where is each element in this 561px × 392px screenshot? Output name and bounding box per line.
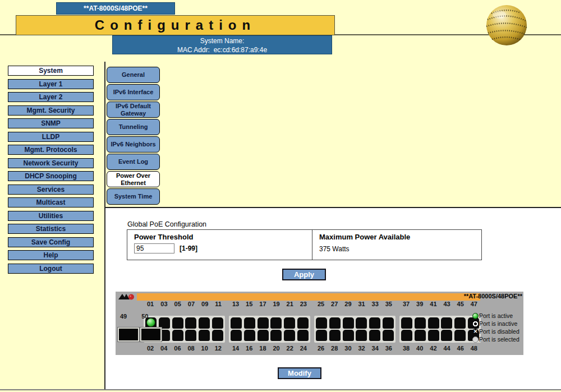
port-jack-23[interactable] (297, 317, 309, 329)
port-number-46: 46 (457, 345, 464, 352)
port-jack-50[interactable] (140, 328, 162, 342)
sidebar-item-layer1[interactable]: Layer 1 (8, 79, 94, 89)
port-jack-24[interactable] (297, 330, 309, 341)
port-jack-20[interactable] (270, 330, 282, 341)
sidebar-item-save-config[interactable]: Save Config (8, 237, 94, 247)
power-threshold-cell: Power Threshold [1-99] (127, 230, 312, 260)
port-jack-19[interactable] (270, 317, 282, 329)
port-jack-34[interactable] (369, 330, 380, 341)
port-number-40: 40 (416, 345, 423, 352)
port-jack-35[interactable] (383, 317, 394, 329)
port-jack-49[interactable] (118, 328, 139, 342)
port-jack-15[interactable] (244, 317, 255, 329)
tab-ipv6-interface[interactable]: IPv6 Interface (107, 84, 160, 100)
legend-row-inactive: Port is inactive (472, 320, 519, 328)
sidebar-item-multicast[interactable]: Multicast (8, 197, 94, 207)
tab-ipv6-neighbors[interactable]: IPv6 Neighbors (107, 136, 160, 153)
port-jack-37[interactable] (401, 317, 412, 329)
tab-ipv6-default-gateway[interactable]: IPv6 Default Gateway (107, 102, 160, 118)
sidebar-item-mgmt-protocols[interactable]: Mgmt. Protocols (8, 145, 94, 155)
port-jack-07[interactable] (185, 317, 196, 329)
port-number-30: 30 (344, 345, 351, 352)
legend-label: Port is inactive (479, 320, 517, 327)
port-number-01: 01 (147, 301, 154, 308)
port-number-row: 020406081012 (144, 345, 225, 352)
port-jack-25[interactable] (316, 317, 327, 329)
port-jack-29[interactable] (343, 317, 354, 329)
port-number-39: 39 (416, 301, 423, 308)
port-jack-10[interactable] (199, 330, 210, 341)
port-number-27: 27 (331, 301, 338, 308)
port-jack-08[interactable] (185, 330, 196, 341)
port-number-13: 13 (232, 301, 239, 308)
port-jack-21[interactable] (284, 317, 295, 329)
port-jack-12[interactable] (212, 330, 223, 341)
port-jack-36[interactable] (383, 330, 394, 341)
port-jack-33[interactable] (369, 317, 380, 329)
port-jack-43[interactable] (441, 317, 452, 329)
port-jack-26[interactable] (316, 330, 327, 341)
allied-telesis-globe-logo (485, 3, 528, 47)
power-threshold-input[interactable] (134, 243, 174, 253)
port-jack-32[interactable] (356, 330, 367, 341)
legend-row-disabled: ✕ Port is disabled (472, 328, 519, 335)
port-jack-45[interactable] (454, 317, 466, 329)
sidebar-item-logout[interactable]: Logout (8, 264, 94, 274)
port-jack-11[interactable] (212, 317, 223, 329)
port-number-03: 03 (160, 301, 167, 308)
tab-system-time[interactable]: System Time (107, 188, 160, 205)
sidebar-item-system[interactable]: System (8, 66, 94, 76)
tab-event-log[interactable]: Event Log (107, 154, 160, 170)
port-jack-14[interactable] (231, 330, 242, 341)
port-bezel (229, 316, 310, 343)
port-jack-06[interactable] (172, 330, 183, 341)
port-jack-46[interactable] (454, 330, 466, 341)
port-jack-39[interactable] (415, 317, 426, 329)
port-number-10: 10 (201, 345, 208, 352)
port-number-row: 141618202224 (229, 345, 310, 352)
port-number-02: 02 (147, 345, 154, 352)
port-jack-40[interactable] (415, 330, 426, 341)
port-jack-18[interactable] (257, 330, 269, 341)
sidebar-item-layer2[interactable]: Layer 2 (8, 92, 94, 102)
port-jack-44[interactable] (441, 330, 452, 341)
sidebar-item-utilities[interactable]: Utilities (8, 211, 94, 221)
port-jack-27[interactable] (329, 317, 341, 329)
system-info-bar: System Name: MAC Addr: ec:cd:6d:87:a9:4e (112, 35, 332, 54)
port-number-09: 09 (201, 301, 208, 308)
port-jack-31[interactable] (356, 317, 367, 329)
port-number-36: 36 (385, 345, 392, 352)
sidebar-item-snmp[interactable]: SNMP (8, 118, 94, 128)
sidebar-item-services[interactable]: Services (8, 185, 94, 195)
port-jack-22[interactable] (284, 330, 295, 341)
sidebar-item-statistics[interactable]: Statistics (8, 224, 94, 234)
sidebar-item-dhcp-snooping[interactable]: DHCP Snooping (8, 171, 94, 181)
port-jack-42[interactable] (428, 330, 439, 341)
sidebar-item-mgmt-security[interactable]: Mgmt. Security (8, 105, 94, 116)
modify-button[interactable]: Modify (278, 367, 321, 379)
allied-telesis-logo-icon (118, 293, 137, 301)
sidebar-item-network-security[interactable]: Network Security (8, 158, 94, 168)
port-jack-13[interactable] (231, 317, 242, 329)
port-jack-30[interactable] (343, 330, 354, 341)
port-jack-16[interactable] (244, 330, 255, 341)
port-groups: 0103050709110204060810121315171921231416… (144, 301, 481, 352)
apply-button[interactable]: Apply (282, 269, 326, 280)
tab-tunneling[interactable]: Tunneling (107, 119, 160, 135)
port-jack-28[interactable] (329, 330, 341, 341)
sidebar-item-help[interactable]: Help (8, 250, 94, 260)
sidebar-item-lldp[interactable]: LLDP (8, 132, 94, 142)
port-jack-38[interactable] (401, 330, 412, 341)
port-group-3: 252729313335262830323436 (314, 301, 396, 352)
port-bezel (314, 316, 396, 343)
port-jack-41[interactable] (428, 317, 439, 329)
max-power-label: Maximum Power Available (319, 233, 481, 241)
port-jack-17[interactable] (257, 317, 269, 329)
port-jack-09[interactable] (199, 317, 210, 329)
tab-general[interactable]: General (107, 67, 160, 83)
tab-power-over-ethernet[interactable]: Power Over Ethernet (107, 171, 160, 187)
port-number-16: 16 (246, 345, 252, 352)
port-selected-icon (472, 336, 479, 343)
port-disabled-icon: ✕ (472, 329, 479, 335)
port-jack-05[interactable] (172, 317, 183, 329)
